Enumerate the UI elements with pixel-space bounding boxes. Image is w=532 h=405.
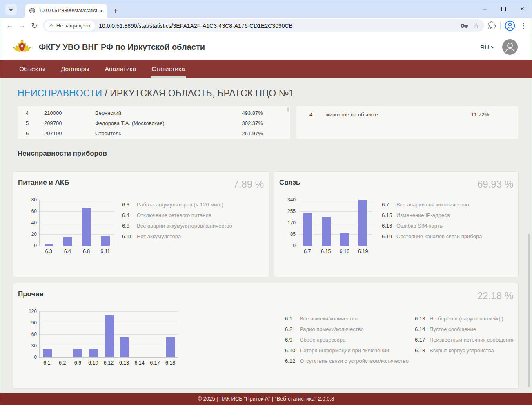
- legend-label: Все помехи/количество: [300, 315, 358, 322]
- legend-item: 6.2Радио помехи/количество: [285, 324, 415, 334]
- chart-xlabels: 6.36.46.86.11: [39, 248, 115, 254]
- bar-6.11[interactable]: [101, 236, 110, 246]
- page-scrollbar-thumb[interactable]: [528, 234, 530, 387]
- legend-code: 6.16: [382, 223, 396, 229]
- language-selector[interactable]: RU: [480, 44, 494, 51]
- legend-code: 6.10: [285, 347, 300, 354]
- main-nav: ОбъектыДоговорыАналитикаСтатистика: [0, 60, 532, 78]
- cell-count: 49: [225, 110, 248, 116]
- bar-slot: [96, 236, 115, 246]
- bar-6.16[interactable]: [340, 233, 349, 246]
- y-tick-label: 120: [29, 309, 37, 314]
- nav-tab-1[interactable]: Договоры: [60, 60, 90, 78]
- back-button[interactable]: ←: [4, 20, 16, 32]
- legend-column: 6.13Не берётся (нарушен шлейф)6.14Пустое…: [415, 313, 516, 366]
- charts-row: Питание и АКБ 7.89 % 020406080 6.36.46.8…: [13, 172, 532, 277]
- chart-plot: 020406080: [39, 200, 115, 246]
- browser-tab[interactable]: 10.0.0.51:8890/stat/statistics/3E ×: [25, 4, 107, 18]
- x-tick-label: 6.13: [116, 360, 132, 366]
- y-tick-label: 20: [31, 231, 37, 237]
- cell-name: Федорова Т.А. (Московская): [95, 120, 225, 126]
- page-scrollbar-track[interactable]: [525, 78, 532, 393]
- nav-tab-0[interactable]: Объекты: [18, 60, 46, 78]
- bar-6.1[interactable]: [43, 349, 52, 357]
- legend-column: 6.3Работа аккумуляторов (< 120 мин.)6.4О…: [122, 199, 232, 242]
- legend-item: 6.13Не берётся (нарушен шлейф): [415, 313, 516, 324]
- legend-code: 6.12: [285, 358, 300, 364]
- new-tab-button[interactable]: +: [113, 7, 118, 15]
- table-row[interactable]: 4210000Верянский493.87%: [18, 108, 290, 118]
- chart-xlabels: 6.76.156.166.19: [298, 248, 372, 254]
- legend-item: 6.11Нет аккумулятора: [122, 231, 232, 242]
- x-tick-label: 6.18: [162, 360, 178, 366]
- nav-tab-3[interactable]: Статистика: [151, 60, 185, 78]
- inner-scrollbar-thumb[interactable]: [287, 107, 289, 112]
- window-minimize-button[interactable]: –: [475, 0, 494, 18]
- legend-label: Пустое сообщение: [430, 326, 476, 332]
- x-tick-label: 6.15: [317, 248, 336, 254]
- x-tick-label: 6.4: [58, 248, 77, 254]
- x-tick-label: 6.7: [298, 248, 317, 254]
- x-tick-label: 6.1: [39, 360, 55, 366]
- tab-search-button[interactable]: [5, 4, 17, 15]
- bar-6.4[interactable]: [63, 237, 72, 246]
- table-row[interactable]: 6207100Строитель251.97%: [18, 128, 290, 139]
- breadcrumb-link[interactable]: НЕИСПРАВНОСТИ: [18, 88, 102, 98]
- bar-6.15[interactable]: [322, 217, 331, 246]
- x-tick-label: 6.16: [335, 248, 354, 254]
- nav-tab-2[interactable]: Аналитика: [104, 60, 137, 78]
- bar-6.19[interactable]: [358, 200, 367, 246]
- bars: [298, 200, 372, 246]
- bar-6.12[interactable]: [105, 315, 114, 357]
- table-row[interactable]: 4животное на объекте11.72%: [296, 110, 518, 120]
- browser-menu-icon[interactable]: ⋮: [519, 20, 528, 32]
- x-tick-label: 6.19: [354, 248, 373, 254]
- security-chip[interactable]: ⚠ Не защищено: [45, 21, 95, 31]
- legend-label: Неизвестный источник сообщения: [430, 337, 515, 343]
- cell-account: 209700: [44, 120, 95, 126]
- bar-6.8[interactable]: [82, 208, 91, 246]
- legend-item: 6.3Работа аккумуляторов (< 120 мин.): [122, 199, 232, 210]
- cell-account: 210000: [44, 110, 95, 116]
- legend-label: Все аварии связи/количество: [396, 201, 469, 208]
- table-row[interactable]: 5209700Федорова Т.А. (Московская)302.37%: [18, 118, 290, 128]
- y-tick-label: 0: [293, 243, 296, 248]
- extensions-icon[interactable]: [487, 21, 496, 30]
- user-avatar[interactable]: [502, 39, 518, 55]
- bar-6.13[interactable]: [120, 337, 129, 357]
- y-tick-label: 170: [287, 220, 296, 226]
- chart-title: Связь: [279, 179, 300, 187]
- cell-count: 25: [225, 130, 248, 136]
- bar-6.10[interactable]: [89, 349, 98, 357]
- chart-card-other: Прочие 22.18 % 0306090120 6.16.26.96.106…: [13, 283, 518, 388]
- bar-6.18[interactable]: [166, 337, 175, 357]
- profile-icon[interactable]: [505, 20, 515, 31]
- chart-legend: 6.3Работа аккумуляторов (< 120 мин.)6.4О…: [122, 199, 232, 254]
- url-text: 10.0.0.51:8890/stat/statistics/3EFA1A2F-…: [99, 22, 455, 29]
- address-bar[interactable]: ⚠ Не защищено 10.0.0.51:8890/stat/statis…: [43, 19, 484, 32]
- cell-num: 4: [26, 110, 44, 116]
- page-content: НЕИСПРАВНОСТИ / ИРКУТСКАЯ ОБЛАСТЬ, БРАТС…: [0, 78, 532, 393]
- legend-label: Работа аккумуляторов (< 120 мин.): [137, 201, 223, 208]
- window-maximize-button[interactable]: [494, 0, 513, 18]
- y-tick-label: 40: [31, 220, 37, 226]
- tab-close-icon[interactable]: ×: [97, 7, 104, 14]
- bar-6.9[interactable]: [73, 349, 82, 357]
- reload-button[interactable]: ↻: [28, 20, 40, 32]
- bar-6.7[interactable]: [303, 213, 312, 246]
- bar-slot: [101, 315, 117, 357]
- legend-label: Потеря информации при включении: [300, 347, 389, 354]
- bar-6.3[interactable]: [45, 244, 53, 246]
- password-key-icon[interactable]: [460, 22, 468, 30]
- legend-code: 6.4: [122, 212, 137, 218]
- chart-plot: 085170255340: [298, 200, 372, 246]
- forward-button[interactable]: →: [16, 20, 28, 32]
- chart-title: Питание и АКБ: [18, 179, 69, 187]
- toolbar-divider: [500, 22, 501, 30]
- window-close-button[interactable]: ×: [513, 0, 532, 18]
- y-tick-label: 255: [287, 208, 296, 214]
- y-tick-label: 60: [31, 331, 37, 337]
- legend-code: 6.8: [122, 223, 137, 229]
- bookmark-star-icon[interactable]: ☆: [473, 21, 479, 30]
- legend-item: 6.4Отключение сетевого питания: [122, 210, 232, 220]
